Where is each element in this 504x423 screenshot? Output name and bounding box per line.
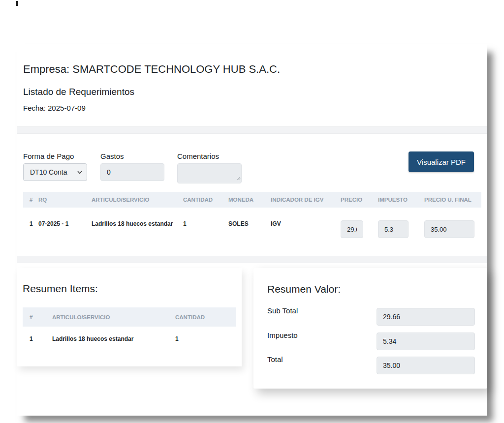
expenses-input[interactable]	[100, 163, 164, 181]
cell-impuesto	[378, 208, 424, 248]
cell-igv: IGV	[271, 208, 341, 248]
cell-precio-final	[424, 208, 481, 248]
items-column-header-articulo: ARTICULO/SERVICIO	[52, 307, 175, 327]
subtotal-label: Sub Total	[267, 306, 298, 315]
impuesto-input[interactable]	[378, 220, 409, 238]
items-cell-num: 1	[23, 327, 52, 349]
impuesto-row: Impuesto	[267, 331, 475, 352]
column-header-articulo: ARTICULO/SERVICIO	[92, 192, 183, 208]
chevron-down-icon	[77, 171, 82, 174]
impuesto-label: Impuesto	[267, 331, 298, 339]
column-header-precio-final: PRECIO U. FINAL	[424, 192, 481, 208]
value-summary-card: Resumen Valor: Sub Total Impuesto Total	[253, 268, 487, 389]
payment-method-select[interactable]: DT10 Conta	[23, 163, 87, 181]
payment-method-value: DT10 Conta	[30, 168, 67, 176]
visualize-pdf-button[interactable]: Visualizar PDF	[409, 151, 474, 172]
total-row: Total	[267, 355, 475, 376]
items-cell-articulo: Ladrillos 18 huecos estandar	[52, 327, 175, 349]
table-row: 1 07-2025 - 1 Ladrillos 18 huecos estand…	[23, 208, 481, 248]
report-date: Fecha: 2025-07-09	[23, 104, 86, 112]
column-header-cantidad: CANTIDAD	[183, 192, 228, 208]
column-header-num: #	[23, 192, 38, 208]
expenses-label: Gastos	[100, 151, 124, 161]
subtotal-input[interactable]	[377, 308, 475, 326]
items-column-header-cantidad: CANTIDAD	[175, 307, 236, 327]
report-panel: Empresa: SMARTCODE TECHNOLOGY HUB S.A.C.…	[17, 44, 487, 416]
requirements-table: # RQ ARTICULO/SERVICIO CANTIDAD MONEDA I…	[23, 192, 481, 248]
comments-field-wrap	[177, 163, 242, 183]
section-divider	[17, 126, 487, 134]
column-header-impuesto: IMPUESTO	[378, 192, 424, 208]
precio-input[interactable]	[341, 220, 363, 238]
items-summary-card: Resumen Items: # ARTICULO/SERVICIO CANTI…	[17, 268, 242, 366]
column-header-precio: PRECIO	[341, 192, 378, 208]
column-header-igv: INDICADOR DE IGV	[271, 192, 341, 208]
payment-method-label: Forma de Pago	[23, 151, 74, 161]
value-summary-title: Resumen Valor:	[267, 283, 341, 295]
items-column-header-num: #	[23, 307, 52, 327]
items-header-row: # ARTICULO/SERVICIO CANTIDAD	[23, 307, 236, 327]
column-header-moneda: MONEDA	[228, 192, 271, 208]
items-cell-cantidad: 1	[175, 327, 236, 349]
cell-precio	[341, 208, 378, 248]
cell-rq: 07-2025 - 1	[38, 208, 92, 248]
items-summary-table: # ARTICULO/SERVICIO CANTIDAD 1 Ladrillos…	[23, 307, 236, 349]
comments-textarea[interactable]	[177, 163, 242, 183]
impuesto-total-input[interactable]	[377, 332, 475, 350]
column-header-rq: RQ	[38, 192, 92, 208]
list-item: 1 Ladrillos 18 huecos estandar 1	[23, 327, 236, 349]
precio-final-input[interactable]	[424, 220, 474, 238]
total-label: Total	[267, 355, 283, 363]
subtotal-row: Sub Total	[267, 306, 475, 327]
page-corner-mark	[16, 1, 18, 6]
comments-label: Comentarios	[177, 151, 219, 161]
items-summary-title: Resumen Items:	[23, 283, 98, 295]
cell-moneda: SOLES	[228, 208, 271, 248]
requirements-header-row: # RQ ARTICULO/SERVICIO CANTIDAD MONEDA I…	[23, 192, 481, 208]
cell-num: 1	[23, 208, 38, 248]
company-title: Empresa: SMARTCODE TECHNOLOGY HUB S.A.C.	[23, 63, 280, 76]
section-divider	[17, 256, 487, 263]
report-subtitle: Listado de Requerimientos	[23, 87, 134, 97]
total-input[interactable]	[377, 357, 475, 374]
cell-cantidad: 1	[183, 208, 228, 248]
cell-articulo: Ladrillos 18 huecos estandar	[92, 208, 183, 248]
